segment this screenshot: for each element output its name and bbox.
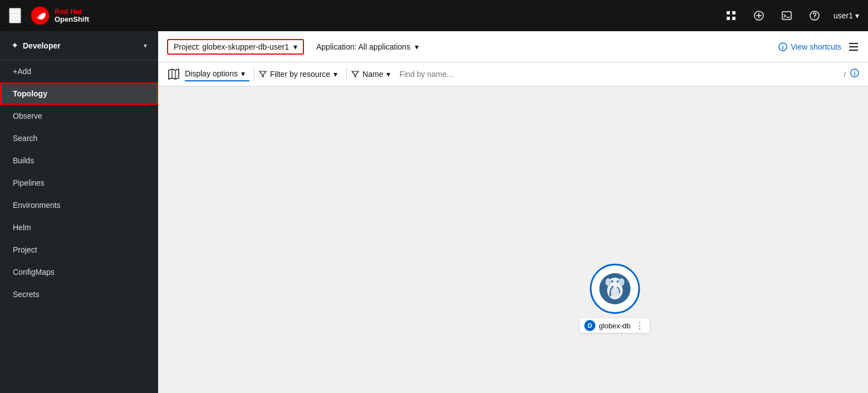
map-view-button[interactable]	[167, 67, 180, 81]
node-kebab-menu-button[interactable]: ⋮	[634, 321, 645, 331]
sidebar-item-pipelines[interactable]: Pipelines	[0, 172, 158, 194]
svg-point-31	[610, 287, 619, 298]
svg-point-14	[782, 44, 783, 45]
topology-canvas[interactable]: D globex-db ⋮	[158, 86, 868, 393]
sidebar-item-label-pipelines: Pipelines	[13, 178, 45, 187]
filter-icon	[259, 70, 267, 78]
sidebar-item-label-configmaps: ConfigMaps	[13, 268, 55, 276]
grid-icon	[726, 11, 736, 21]
sidebar-item-builds[interactable]: Builds	[0, 149, 158, 172]
svg-rect-17	[849, 50, 858, 51]
project-caret-icon: ▾	[293, 42, 297, 51]
role-caret-icon: ▾	[144, 42, 147, 50]
node-circle[interactable]	[590, 264, 640, 314]
help-circle-icon	[810, 11, 820, 21]
svg-rect-8	[782, 12, 791, 20]
filter-bar: Display options ▾ Filter by resource ▾ N…	[158, 62, 868, 86]
svg-rect-3	[727, 17, 730, 20]
name-caret-icon: ▾	[386, 70, 390, 79]
sidebar-item-secrets[interactable]: Secrets	[0, 283, 158, 305]
svg-rect-1	[727, 11, 730, 14]
svg-point-23	[854, 71, 855, 72]
find-by-name-input[interactable]	[395, 67, 839, 81]
filter-icon-2	[351, 70, 359, 78]
content-area: Project: globex-skupper-db-user1 ▾ Appli…	[158, 31, 868, 393]
role-switcher[interactable]: ✦ Developer ▾	[0, 31, 158, 60]
sidebar-item-label-builds: Builds	[13, 156, 34, 165]
main-layout: ✦ Developer ▾ +AddTopologyObserveSearchB…	[0, 31, 868, 393]
sidebar-item-label-environments: Environments	[13, 201, 61, 210]
filter-resource-caret-icon: ▾	[334, 70, 337, 79]
hamburger-menu-button[interactable]: ☰	[9, 8, 21, 23]
list-view-icon	[848, 41, 859, 52]
sidebar-item-label-secrets: Secrets	[13, 290, 39, 299]
info-icon	[850, 69, 859, 77]
sidebar-item-environments[interactable]: Environments	[0, 194, 158, 216]
postgresql-icon	[598, 272, 631, 305]
sidebar-item-label-search: Search	[13, 134, 37, 143]
project-selector-button[interactable]: Project: globex-skupper-db-user1 ▾	[167, 39, 304, 55]
sidebar-item-topology[interactable]: Topology	[0, 83, 158, 105]
filter-name-dropdown[interactable]: Name ▾	[351, 70, 390, 79]
node-type-badge: D	[584, 320, 595, 331]
svg-point-29	[611, 280, 613, 283]
app-caret-icon: ▾	[415, 42, 419, 51]
help-icon-button[interactable]	[806, 7, 823, 25]
sidebar-item-label-add: +Add	[13, 67, 31, 76]
terminal-icon-button[interactable]	[778, 7, 796, 25]
brand-text: Red Hat OpenShift	[55, 8, 89, 24]
sidebar-item-helm[interactable]: Helm	[0, 216, 158, 239]
sidebar-item-add[interactable]: +Add	[0, 60, 158, 83]
application-selector-button[interactable]: Application: All applications ▾	[311, 40, 424, 54]
sidebar-nav: +AddTopologyObserveSearchBuildsPipelines…	[0, 60, 158, 305]
svg-point-28	[619, 278, 624, 286]
filter-by-resource-dropdown[interactable]: Filter by resource ▾	[259, 67, 342, 81]
keyboard-shortcut-hint: /	[844, 70, 846, 79]
list-view-button[interactable]	[848, 41, 859, 52]
svg-point-11	[814, 18, 815, 19]
sidebar-item-search[interactable]: Search	[0, 127, 158, 149]
svg-point-27	[605, 278, 611, 286]
sidebar-item-label-topology: Topology	[13, 89, 47, 98]
svg-point-30	[616, 280, 619, 283]
terminal-icon	[782, 11, 792, 21]
svg-rect-15	[849, 43, 858, 44]
info-circle-icon	[778, 42, 787, 51]
role-icon: ✦	[11, 40, 18, 51]
display-options-caret-icon: ▾	[241, 69, 245, 78]
map-icon	[167, 67, 180, 81]
sidebar-item-label-helm: Helm	[13, 223, 31, 232]
brand-logo: Red Hat OpenShift	[30, 6, 722, 26]
filter-info-icon[interactable]	[850, 69, 859, 80]
view-shortcuts-button[interactable]: View shortcuts	[778, 42, 841, 51]
svg-rect-4	[732, 17, 735, 20]
node-name-label: globex-db	[599, 322, 630, 330]
top-navigation: ☰ Red Hat OpenShift	[0, 0, 868, 31]
sidebar-item-label-observe: Observe	[13, 111, 42, 120]
display-options-dropdown[interactable]: Display options ▾	[185, 67, 249, 81]
sidebar-item-label-project: Project	[13, 245, 37, 254]
svg-marker-18	[169, 69, 179, 79]
sidebar-item-project[interactable]: Project	[0, 239, 158, 261]
node-label: D globex-db ⋮	[580, 318, 649, 333]
redhat-logo-icon	[30, 6, 50, 26]
plus-circle-icon	[754, 11, 764, 21]
filter-separator-2	[346, 67, 347, 81]
sidebar: ✦ Developer ▾ +AddTopologyObserveSearchB…	[0, 31, 158, 393]
user-menu-button[interactable]: user1 ▾	[833, 11, 859, 20]
filter-separator	[254, 67, 254, 81]
nav-icon-group: user1 ▾	[722, 7, 859, 25]
svg-rect-16	[849, 46, 858, 47]
add-icon-button[interactable]	[750, 7, 768, 25]
grid-icon-button[interactable]	[722, 7, 740, 25]
topology-node-globex-db[interactable]: D globex-db ⋮	[580, 264, 649, 333]
page-toolbar: Project: globex-skupper-db-user1 ▾ Appli…	[158, 31, 868, 62]
sidebar-item-observe[interactable]: Observe	[0, 105, 158, 127]
svg-rect-2	[732, 11, 735, 14]
sidebar-item-configmaps[interactable]: ConfigMaps	[0, 261, 158, 283]
